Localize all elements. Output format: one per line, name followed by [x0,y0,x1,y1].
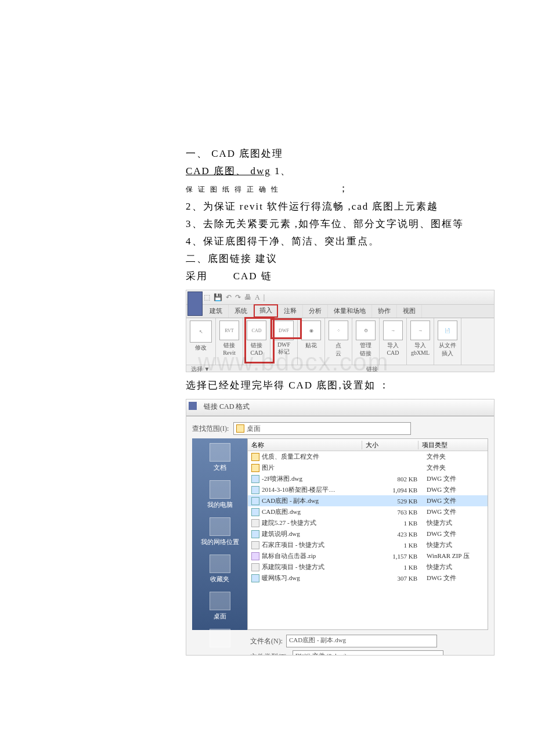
file-name-input[interactable]: CAD底图 - 副本.dwg [286,635,437,647]
underline-suffix: 1、 [271,165,292,177]
file-row[interactable]: 石家庄项目 - 快捷方式1 KB快捷方式 [248,539,488,550]
tab-view[interactable]: 视图 [397,305,422,318]
file-dialog-screenshot: 链接 CAD 格式 查找范围(I): 桌面 文档 我的电脑 我的网络位置 收藏夹… [186,399,495,656]
places-network[interactable]: 我的网络位置 [192,517,247,546]
file-icon [251,574,259,582]
look-in-row: 查找范围(I): 桌面 [192,422,488,435]
point-cloud-button[interactable]: ⁘ 点 云 [325,318,352,365]
dialog-app-icon [189,402,197,410]
tab-annotate[interactable]: 注释 [278,305,303,318]
dialog-title: 链接 CAD 格式 [204,402,250,411]
link-revit-label1: 链接 [219,341,239,350]
network-icon [210,517,230,536]
para-5b: CAD 链 [233,271,272,282]
file-row[interactable]: 建院5.27 - 快捷方式1 KB快捷方式 [248,517,488,528]
places-favorites-label: 收藏夹 [210,575,229,582]
file-row[interactable]: 2014-3-10桥架图-楼层平…1,094 KBDWG 文件 [248,484,488,495]
file-row[interactable]: 鼠标自动点击器.zip1,157 KBWinRAR ZIP 压 [248,550,488,561]
places-desktop[interactable]: 桌面 [192,592,247,621]
file-row[interactable]: -2F喷淋图.dwg802 KBDWG 文件 [248,473,488,484]
file-name: 2014-3-10桥架图-楼层平… [262,485,335,494]
file-size: 1,094 KB [362,487,423,494]
para-5a: 采用 [186,271,208,282]
places-extra[interactable] [192,629,247,647]
decal-label: 贴花 [301,341,321,350]
link-revit-label2: Revit [219,350,239,356]
file-name: 石家庄项目 - 快捷方式 [262,541,324,549]
desktop-icon [236,424,244,433]
file-type: 快捷方式 [423,519,488,527]
para-2: 2、为保证 revit 软件运行得流畅 ,cad 底图上元素越 [186,198,511,215]
footer-right: 链接 [366,365,378,372]
fromfile-label1: 从文件 [438,341,457,350]
file-name: 系建院项目 - 快捷方式 [262,563,324,571]
col-size[interactable]: 大小 [362,441,418,449]
import-cad-icon: → [383,321,403,340]
ribbon-tabs: 建筑 系统 插入 注释 分析 体量和场地 协作 视图 [186,305,494,318]
file-size: 307 KB [362,575,423,582]
file-type: 快捷方式 [423,563,488,571]
file-type: DWG 文件 [423,485,488,494]
places-documents[interactable]: 文档 [192,443,247,472]
file-row[interactable]: 图片文件夹 [248,462,488,473]
file-size: 1 KB [362,520,423,527]
dwf-label2: 标记 [274,348,294,356]
col-name[interactable]: 名称 [248,441,362,449]
places-documents-label: 文档 [214,464,226,471]
file-type-combo[interactable]: DWG 文件 (*.dwg) [293,650,443,656]
file-row[interactable]: CAD底图.dwg763 KBDWG 文件 [248,506,488,517]
col-type[interactable]: 项目类型 [418,441,488,449]
file-icon [251,508,259,516]
manage-links-icon: ⚙ [356,321,376,340]
import-gbxml-button[interactable]: → 导入 gbXML [407,318,434,365]
file-type-label: 文件类型(T): [250,652,289,656]
file-type: 文件夹 [423,452,488,461]
file-row[interactable]: 系建院项目 - 快捷方式1 KB快捷方式 [248,561,488,573]
import-cad-button[interactable]: → 导入 CAD [380,318,407,365]
places-favorites[interactable]: 收藏夹 [192,555,247,584]
file-name: 暖网练习.dwg [262,574,300,582]
link-revit-button[interactable]: RVT 链接 Revit [216,318,243,365]
tab-massing[interactable]: 体量和场地 [328,305,372,318]
underline-line: CAD 底图、 dwg 1、 [186,163,511,180]
file-name: 建院5.27 - 快捷方式 [262,519,316,527]
file-size: 1,157 KB [362,553,423,560]
places-network-label: 我的网络位置 [201,538,239,545]
look-in-combo[interactable]: 桌面 [233,422,411,435]
qat-sep-icon: | [264,293,265,302]
tab-collab[interactable]: 协作 [372,305,397,318]
file-row[interactable]: 优质、质量工程文件文件夹 [248,451,488,462]
small-text: 保 证 图 纸 得 正 确 性 [186,185,280,193]
file-row[interactable]: 建筑说明.dwg423 KBDWG 文件 [248,528,488,539]
semicolon: ； [338,183,349,194]
file-row[interactable]: CAD底图 - 副本.dwg529 KBDWG 文件 [248,495,488,506]
fromfile-label2: 插入 [438,350,457,358]
import-label1: 导入 [383,341,403,350]
manage-links-button[interactable]: ⚙ 管理 链接 [352,318,380,365]
importg-label1: 导入 [410,341,430,350]
insert-from-file-button[interactable]: 📄 从文件 插入 [434,318,461,365]
file-type: DWG 文件 [423,574,488,582]
dialog-title-bar: 链接 CAD 格式 [186,399,494,416]
file-icon [251,486,259,494]
places-computer[interactable]: 我的电脑 [192,480,247,509]
file-row[interactable]: 暖网练习.dwg307 KBDWG 文件 [248,573,488,584]
file-name: -2F喷淋图.dwg [262,474,302,483]
tab-insert[interactable]: 插入 [254,304,278,318]
tab-arch[interactable]: 建筑 [204,305,229,318]
file-size: 1 KB [362,564,423,571]
para-4: 4、保证底图得干净、简洁、突出重点。 [186,233,511,250]
manage-label1: 管理 [356,341,376,350]
decal-button[interactable]: ◉ 贴花 [298,318,325,365]
link-revit-icon: RVT [219,321,239,340]
quick-access-toolbar: ⬚ 💾 ↶ ↷ 🖶 A | [186,290,494,305]
file-type: 文件夹 [423,463,488,472]
tab-systems[interactable]: 系统 [229,305,254,318]
places-desktop-label: 桌面 [214,613,226,620]
places-computer-label: 我的电脑 [207,501,233,508]
file-icon [251,475,259,483]
tab-analyze[interactable]: 分析 [303,305,328,318]
heading-1: 一、 CAD 底图处理 [186,145,511,163]
file-list[interactable]: 名称 大小 项目类型 优质、质量工程文件文件夹图片文件夹-2F喷淋图.dwg80… [247,438,488,630]
modify-button[interactable]: ↖ 修改 [186,318,216,365]
